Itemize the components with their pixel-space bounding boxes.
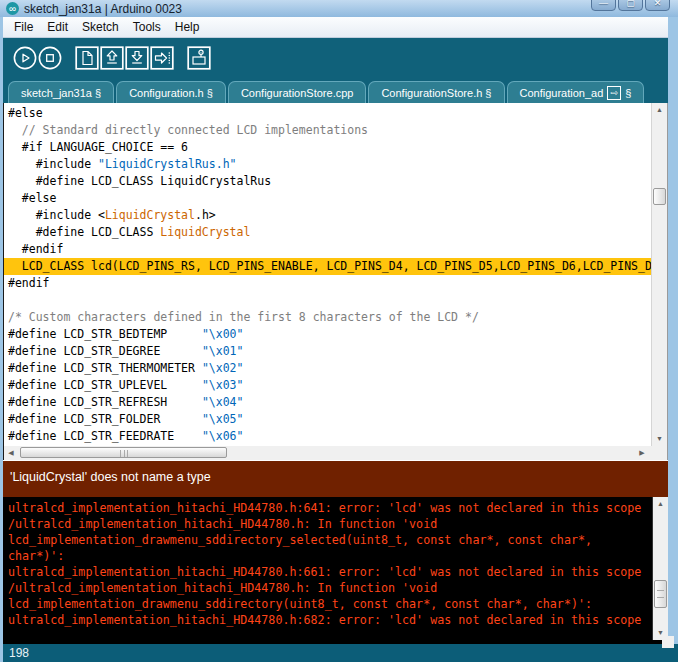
code-line[interactable]: #define LCD_STR_REFRESH "\x04" bbox=[4, 394, 651, 411]
right-arrow-icon bbox=[150, 46, 174, 70]
new-document-icon bbox=[75, 46, 99, 70]
code-line[interactable]: #define LCD_CLASS LiquidCrystalRus bbox=[4, 173, 651, 190]
window-controls: —▢✕ bbox=[591, 0, 670, 11]
code-line[interactable]: #include "LiquidCrystalRus.h" bbox=[4, 156, 651, 173]
stop-circle-icon bbox=[38, 46, 62, 70]
code-line[interactable]: #include <LiquidCrystal.h> bbox=[4, 207, 651, 224]
tab-label: sketch_jan31a § bbox=[21, 83, 101, 103]
console-error-line: /ultralcd_implementation_hitachi_HD44780… bbox=[3, 580, 651, 596]
code-line[interactable]: #else bbox=[4, 190, 651, 207]
error-status-bar: 'LiquidCrystal' does not name a type ___… bbox=[3, 460, 668, 497]
toolbar bbox=[3, 38, 668, 78]
code-line[interactable]: #define LCD_STR_FEEDRATE "\x06" bbox=[4, 428, 651, 445]
window-content: FileEditSketchToolsHelp bbox=[3, 17, 668, 644]
horizontal-scroll-thumb[interactable] bbox=[20, 447, 227, 458]
code-line[interactable]: #if LANGUAGE_CHOICE == 6 bbox=[4, 139, 651, 156]
code-line[interactable] bbox=[4, 292, 651, 309]
tab-2[interactable]: Configuration.h § bbox=[116, 81, 226, 103]
scroll-right-arrow[interactable] bbox=[635, 446, 649, 460]
tab-3[interactable]: ConfigurationStore.cpp bbox=[228, 81, 367, 103]
code-line[interactable]: // Standard directly connected LCD imple… bbox=[4, 122, 651, 139]
console-output: ultralcd_implementation_hitachi_HD44780.… bbox=[3, 497, 668, 644]
code-line[interactable]: #define LCD_STR_UPLEVEL "\x03" bbox=[4, 377, 651, 394]
stop-button[interactable] bbox=[38, 46, 62, 70]
up-arrow-icon bbox=[100, 46, 124, 70]
scroll-grip bbox=[657, 590, 664, 598]
console-vertical-scrollbar[interactable] bbox=[652, 497, 668, 640]
code-line[interactable]: #else bbox=[4, 105, 651, 122]
save-button[interactable] bbox=[125, 46, 149, 70]
title-bar[interactable]: sketch_jan31a | Arduino 0023 —▢✕ bbox=[0, 0, 678, 17]
console-scroll-up-arrow[interactable] bbox=[653, 497, 668, 511]
error-message: 'LiquidCrystal' does not name a type bbox=[3, 461, 668, 484]
menu-tools[interactable]: Tools bbox=[126, 17, 168, 37]
code-line[interactable]: #define LCD_STR_BEDTEMP "\x00" bbox=[4, 326, 651, 343]
minimize-button[interactable]: — bbox=[591, 0, 616, 11]
editor-scroll-thumb[interactable] bbox=[653, 188, 666, 205]
editor-vertical-scrollbar[interactable] bbox=[651, 103, 667, 446]
console-error-line: ultralcd_implementation_hitachi_HD44780.… bbox=[3, 500, 651, 516]
scroll-down-arrow[interactable] bbox=[652, 432, 667, 446]
verify-button[interactable] bbox=[13, 46, 37, 70]
scroll-up-arrow[interactable] bbox=[652, 103, 667, 117]
arduino-ide-window: sketch_jan31a | Arduino 0023 —▢✕ FileEdi… bbox=[0, 0, 678, 662]
tab-bar: sketch_jan31a §Configuration.h §Configur… bbox=[3, 78, 668, 103]
status-bar: 198 bbox=[3, 644, 678, 662]
tab-label: Configuration_ad bbox=[520, 83, 604, 103]
console-error-line: lcd_implementation_drawmenu_sddirectory_… bbox=[3, 532, 651, 548]
down-arrow-icon bbox=[125, 46, 149, 70]
tab-scroll-right-button[interactable] bbox=[607, 86, 621, 100]
console-error-line: /ultralcd_implementation_hitachi_HD44780… bbox=[3, 516, 651, 532]
scroll-grip bbox=[120, 450, 128, 457]
serial-monitor-icon bbox=[187, 46, 211, 70]
close-button[interactable]: ✕ bbox=[645, 0, 670, 11]
play-circle-icon bbox=[13, 46, 37, 70]
new-sketch-button[interactable] bbox=[75, 46, 99, 70]
console-error-line: ultralcd_implementation_hitachi_HD44780.… bbox=[3, 612, 651, 628]
console-scroll-thumb[interactable] bbox=[654, 580, 667, 608]
tab-label-suffix: § bbox=[625, 83, 631, 103]
editor-code[interactable]: #else // Standard directly connected LCD… bbox=[4, 103, 651, 446]
code-line[interactable]: #define LCD_CLASS LiquidCrystal bbox=[4, 224, 651, 241]
line-number-indicator: 198 bbox=[9, 646, 29, 660]
menu-help[interactable]: Help bbox=[168, 17, 207, 37]
arduino-logo-icon bbox=[6, 2, 19, 15]
tab-label: ConfigurationStore.h § bbox=[381, 83, 491, 103]
menu-file[interactable]: File bbox=[7, 17, 40, 37]
menu-edit[interactable]: Edit bbox=[40, 17, 75, 37]
open-button[interactable] bbox=[100, 46, 124, 70]
code-editor[interactable]: #else // Standard directly connected LCD… bbox=[3, 103, 668, 446]
serial-monitor-button[interactable] bbox=[187, 46, 211, 70]
menu-sketch[interactable]: Sketch bbox=[75, 17, 126, 37]
code-line[interactable]: #define LCD_STR_FOLDER "\x05" bbox=[4, 411, 651, 428]
tab-1[interactable]: sketch_jan31a § bbox=[8, 81, 114, 103]
code-line[interactable]: #define LCD_STR_THERMOMETER "\x02" bbox=[4, 360, 651, 377]
highlighted-code-line[interactable]: LCD_CLASS lcd(LCD_PINS_RS, LCD_PINS_ENAB… bbox=[4, 258, 651, 275]
console-error-line: char*)': bbox=[3, 548, 651, 564]
tab-4[interactable]: ConfigurationStore.h § bbox=[368, 81, 504, 103]
maximize-button[interactable]: ▢ bbox=[618, 0, 643, 11]
upload-button[interactable] bbox=[150, 46, 174, 70]
code-line[interactable]: /* Custom characters defined in the firs… bbox=[4, 309, 651, 326]
console-error-line: ultralcd_implementation_hitachi_HD44780.… bbox=[3, 564, 651, 580]
window-title: sketch_jan31a | Arduino 0023 bbox=[24, 2, 182, 16]
tab-label: ConfigurationStore.cpp bbox=[241, 83, 354, 103]
code-line[interactable]: #define LCD_STR_DEGREE "\x01" bbox=[4, 343, 651, 360]
editor-horizontal-scrollbar[interactable] bbox=[3, 446, 668, 460]
console-lines: ultralcd_implementation_hitachi_HD44780.… bbox=[3, 500, 651, 628]
tab-5[interactable]: Configuration_ad§ bbox=[507, 81, 645, 103]
scrollbar-corner bbox=[662, 636, 674, 648]
menu-bar: FileEditSketchToolsHelp bbox=[3, 17, 668, 38]
tab-label: Configuration.h § bbox=[129, 83, 213, 103]
code-line[interactable]: #endif bbox=[4, 241, 651, 258]
scroll-left-arrow[interactable] bbox=[4, 446, 18, 460]
code-line[interactable]: #endif bbox=[4, 275, 651, 292]
console-error-line: lcd_implementation_drawmenu_sddirectory(… bbox=[3, 596, 651, 612]
